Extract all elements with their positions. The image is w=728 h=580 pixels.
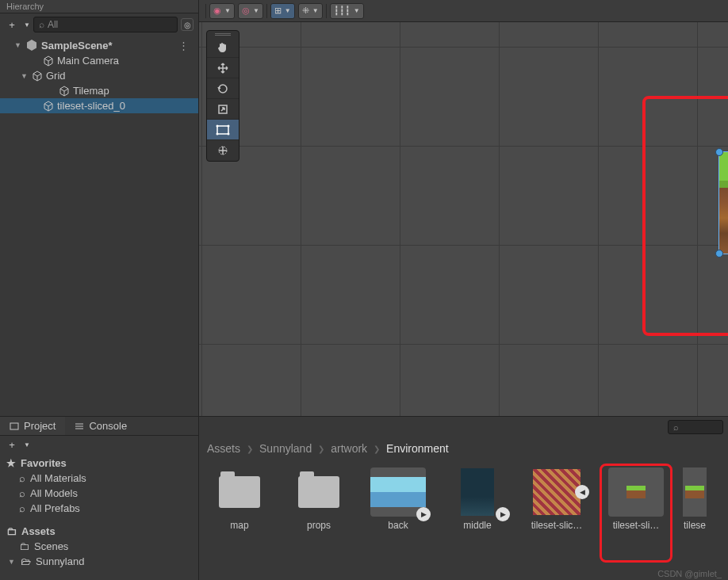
scene-name: SampleScene* — [41, 40, 113, 52]
tool-palette — [206, 30, 239, 162]
hierarchy-panel: Hierarchy + ▼ ⌕ All ◎ ▼ SampleScene* ⋮ M… — [0, 0, 199, 416]
expand-icon[interactable]: ▼ — [14, 41, 22, 49]
assets-folder[interactable]: 🗀 Assets — [0, 524, 198, 539]
folder-scenes[interactable]: 🗀 Scenes — [0, 539, 198, 554]
hand-tool[interactable] — [207, 37, 239, 58]
item-label: tileset-sliced_0 — [57, 100, 125, 112]
svg-rect-1 — [217, 126, 228, 134]
asset-texture-back[interactable]: ▶ back — [366, 467, 431, 572]
selected-sprite[interactable] — [719, 152, 728, 254]
project-create-dropdown[interactable]: ▼ — [24, 441, 30, 448]
palette-grip[interactable] — [207, 31, 239, 37]
breadcrumb-item[interactable]: artwork — [331, 442, 367, 455]
snap-settings-button[interactable]: ⁜▼ — [298, 3, 323, 19]
item-label: Tilemap — [73, 85, 109, 97]
create-button[interactable]: + — [5, 19, 19, 31]
folder-sunnyland[interactable]: ▼ 🗁 Sunnyland — [0, 554, 198, 569]
rect-tool[interactable] — [207, 120, 239, 140]
project-browser: ⌕ Assets ❯ Sunnyland ❯ artwork ❯ Environ… — [199, 417, 728, 580]
project-icon — [10, 422, 19, 431]
hierarchy-header: Hierarchy — [0, 0, 198, 13]
texture-preview — [461, 468, 494, 516]
search-filter-button[interactable]: ◎ — [181, 18, 193, 31]
project-search[interactable]: ⌕ — [668, 420, 723, 434]
search-icon: ⌕ — [39, 19, 44, 30]
scene-view[interactable]: ◉▼ ◎▼ ⊞▼ ⁜▼ ┇┇┇▼ — [199, 0, 728, 416]
scene-menu-icon[interactable]: ⋮ — [172, 40, 195, 52]
texture-preview — [370, 477, 426, 507]
folder-icon — [298, 476, 339, 508]
svg-point-2 — [216, 124, 219, 127]
search-icon: ⌕ — [19, 472, 25, 484]
handle-bottom-left[interactable] — [715, 250, 723, 258]
transform-tool[interactable] — [207, 140, 239, 161]
gameobject-icon — [59, 86, 70, 97]
hierarchy-item-grid[interactable]: ▼ Grid — [0, 68, 198, 83]
expand-icon[interactable]: ▼ — [21, 72, 29, 80]
search-icon: ⌕ — [19, 487, 25, 499]
breadcrumb-item[interactable]: Sunnyland — [259, 442, 312, 455]
hierarchy-search[interactable]: ⌕ All — [33, 17, 178, 32]
expand-icon[interactable]: ▶ — [416, 507, 431, 521]
folder-open-icon: 🗁 — [21, 555, 31, 567]
project-panel: Project Console + ▼ ★ Favorites ⌕ All Ma… — [0, 416, 728, 580]
expand-icon[interactable]: ▶ — [496, 507, 510, 521]
asset-texture-tileset[interactable]: ◀ tileset-slic… — [524, 467, 589, 572]
svg-point-4 — [216, 132, 219, 135]
gameobject-icon — [43, 101, 54, 112]
breadcrumb-item[interactable]: Assets — [207, 442, 240, 455]
console-icon — [75, 422, 84, 431]
collapse-icon[interactable]: ◀ — [575, 485, 589, 499]
favorite-all-materials[interactable]: ⌕ All Materials — [0, 471, 198, 486]
svg-rect-7 — [10, 423, 18, 429]
asset-folder-map[interactable]: map — [207, 467, 272, 572]
favorite-all-models[interactable]: ⌕ All Models — [0, 486, 198, 501]
asset-folder-props[interactable]: props — [286, 467, 351, 572]
hierarchy-tree: ▼ SampleScene* ⋮ Main Camera ▼ Grid Tile… — [0, 36, 198, 115]
scale-tool[interactable] — [207, 99, 239, 120]
search-icon: ⌕ — [19, 502, 25, 514]
search-icon: ⌕ — [673, 422, 679, 432]
folder-icon: 🗀 — [19, 540, 29, 552]
svg-point-5 — [228, 132, 230, 135]
scene-row[interactable]: ▼ SampleScene* ⋮ — [0, 37, 198, 53]
sprite-preview — [685, 486, 704, 498]
hierarchy-item-camera[interactable]: Main Camera — [0, 53, 198, 68]
increment-snap-button[interactable]: ┇┇┇▼ — [330, 3, 364, 19]
folder-icon — [219, 476, 260, 508]
hierarchy-item-tilemap[interactable]: Tilemap — [0, 83, 198, 98]
unity-scene-icon — [25, 39, 38, 52]
tool-pivot-button[interactable]: ◎▼ — [238, 3, 263, 19]
create-dropdown-icon[interactable]: ▼ — [24, 21, 30, 29]
gameobject-icon — [32, 71, 43, 82]
tab-project[interactable]: Project — [0, 417, 65, 435]
handle-top-left[interactable] — [715, 148, 723, 156]
move-tool[interactable] — [207, 58, 239, 78]
asset-grid: map props ▶ back ▶ middle ◀ tileset-slic… — [199, 460, 728, 580]
favorites-header[interactable]: ★ Favorites — [0, 456, 198, 471]
hierarchy-item-tileset-sliced[interactable]: tileset-sliced_0 — [0, 98, 198, 113]
gameobject-icon — [43, 55, 54, 67]
rotate-tool[interactable] — [207, 78, 239, 99]
tool-handle-button[interactable]: ◉▼ — [209, 3, 235, 19]
asset-texture-middle[interactable]: ▶ middle — [445, 467, 510, 572]
watermark: CSDN @gimlet_ — [657, 569, 722, 578]
scene-toolbar: ◉▼ ◎▼ ⊞▼ ⁜▼ ┇┇┇▼ — [199, 0, 728, 22]
star-icon: ★ — [6, 457, 16, 469]
grid-snap-button[interactable]: ⊞▼ — [270, 3, 295, 19]
chevron-right-icon: ❯ — [318, 445, 324, 453]
project-toolbar: + ▼ — [0, 436, 198, 454]
expand-icon[interactable]: ▼ — [8, 558, 16, 566]
svg-point-3 — [228, 124, 230, 127]
project-left-column: Project Console + ▼ ★ Favorites ⌕ All Ma… — [0, 417, 199, 580]
scene-grid — [199, 22, 728, 416]
asset-sprite-tileset-sliced-0[interactable]: tileset-sli… — [603, 467, 669, 572]
favorite-all-prefabs[interactable]: ⌕ All Prefabs — [0, 501, 198, 516]
chevron-right-icon: ❯ — [247, 445, 253, 453]
project-tree: ★ Favorites ⌕ All Materials ⌕ All Models… — [0, 454, 198, 570]
asset-sprite-partial[interactable]: tilese — [683, 467, 707, 572]
tab-console[interactable]: Console — [65, 417, 136, 435]
project-create-button[interactable]: + — [5, 439, 19, 451]
item-label: Main Camera — [57, 55, 119, 67]
bottom-tabs: Project Console — [0, 417, 198, 436]
